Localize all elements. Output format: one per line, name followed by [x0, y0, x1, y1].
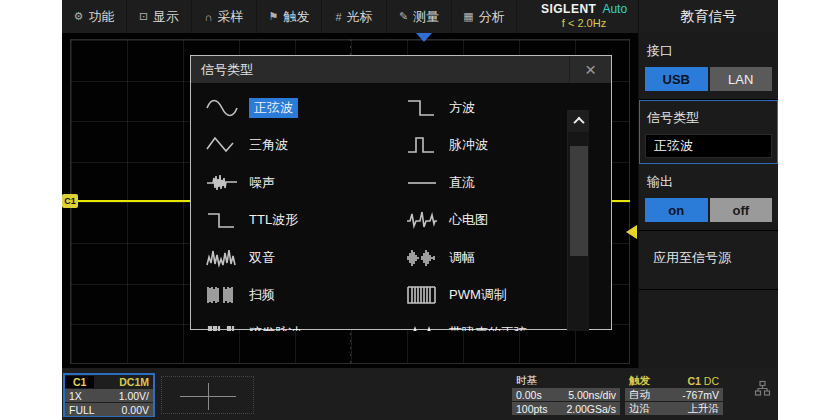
trigger-source: C1 [687, 375, 700, 387]
burst-icon [205, 322, 239, 331]
output-off-button[interactable]: off [710, 198, 773, 222]
timebase-scale: 5.00ns/div [568, 389, 616, 401]
signal-type-label: 信号类型 [647, 109, 770, 127]
output-label: 输出 [647, 173, 770, 191]
noise-icon [205, 172, 239, 194]
signal-option-square[interactable]: 方波 [405, 89, 589, 127]
trigger-label: 触发 [629, 374, 650, 388]
close-icon[interactable] [569, 56, 611, 83]
add-channel-box[interactable] [161, 376, 254, 414]
ttl-icon [205, 209, 239, 231]
menu-item-label: 分析 [479, 8, 505, 26]
menu-item-trigger[interactable]: 触发 [257, 0, 322, 33]
square-icon [405, 97, 439, 119]
acquisition-status: Auto [602, 2, 627, 16]
signal-option-sweep[interactable]: 扫频 [205, 277, 395, 315]
menu-item-utility[interactable]: 功能 [62, 0, 127, 33]
plus-icon [208, 383, 209, 410]
signal-option-triangle[interactable]: 三角波 [205, 127, 395, 165]
brand-logo: SIGLENT [541, 2, 597, 16]
trigger-mode: 自动 [629, 388, 650, 402]
trigger-flag-icon [269, 10, 279, 23]
channel-attenuation: 1X [69, 390, 82, 402]
signal-type-section: 信号类型 正弦波 [639, 100, 778, 164]
panel-title: 教育信号 [638, 0, 778, 33]
menu-item-label: 功能 [88, 8, 114, 26]
channel-offset: 0.00V [122, 404, 149, 416]
signal-option-ttl[interactable]: TTL波形 [205, 202, 395, 240]
trigger-position-marker[interactable] [416, 33, 432, 42]
brand-status-block: SIGLENT Auto f < 2.0Hz [530, 0, 638, 33]
signal-option-sine[interactable]: 正弦波 [205, 89, 395, 127]
menu-item-analysis[interactable]: 分析 [452, 0, 517, 33]
signal-option-peaks[interactable]: 带啸声的正弦 [405, 314, 589, 331]
measure-icon [399, 10, 408, 23]
menu-item-display[interactable]: 显示 [127, 0, 192, 33]
interface-section: 接口 USB LAN [639, 33, 778, 100]
channel-coupling: DC1M [119, 376, 153, 388]
apply-to-source-button[interactable]: 应用至信号源 [645, 237, 772, 281]
signal-option-dc[interactable]: 直流 [405, 164, 589, 202]
menu-item-measure[interactable]: 测量 [387, 0, 452, 33]
pwm-icon [405, 284, 439, 306]
output-section: 输出 on off [639, 164, 778, 231]
dialog-body: 正弦波 三角波 噪声 TTL [191, 83, 589, 331]
trigger-frequency: f < 2.0Hz [530, 17, 638, 29]
signal-option-burst[interactable]: 猝发脉冲 [205, 314, 395, 331]
scroll-up-icon[interactable] [568, 110, 589, 132]
pulse-icon [405, 134, 439, 156]
trigger-type: 边沿 [629, 402, 650, 416]
timebase-descriptor-box[interactable]: 时基 0.00s 5.00ns/div 100pts 2.00GSa/s [512, 374, 620, 416]
network-status-icon[interactable] [754, 380, 771, 401]
cursor-icon [335, 11, 341, 23]
dc-icon [405, 172, 439, 194]
menu-item-cursors[interactable]: 光标 [322, 0, 387, 33]
signal-type-dialog: 信号类型 正弦波 三角波 [190, 55, 612, 330]
signal-option-dualtone[interactable]: 双音 [205, 239, 395, 277]
status-bar: C1 DC1M 1X 1.00V/ FULL 0.00V 时基 0.00s 5.… [62, 368, 778, 420]
triangle-icon [205, 134, 239, 156]
signal-option-am[interactable]: 调幅 [405, 239, 589, 277]
channel-name: C1 [65, 376, 94, 388]
menu-item-label: 显示 [153, 8, 179, 26]
trigger-descriptor-box[interactable]: 触发 C1 DC 自动 -767mV 边沿 上升沿 [625, 374, 723, 416]
trigger-level: -767mV [682, 389, 719, 401]
signal-option-pwm[interactable]: PWM调制 [405, 277, 589, 315]
usb-button[interactable]: USB [645, 67, 708, 91]
peaks-icon [405, 322, 439, 331]
trigger-coupling: DC [704, 375, 719, 387]
waveform-trace [78, 200, 190, 202]
menu-item-label: 采样 [217, 8, 243, 26]
signal-option-ecg[interactable]: 心电图 [405, 202, 589, 240]
timebase-points: 100pts [516, 403, 548, 415]
dialog-title: 信号类型 [191, 61, 253, 79]
trigger-level-marker[interactable] [626, 225, 637, 239]
signal-type-value[interactable]: 正弦波 [645, 134, 772, 158]
menu-items: 功能 显示 采样 触发 光标 测量 [62, 0, 638, 33]
channel-descriptor-box[interactable]: C1 DC1M 1X 1.00V/ FULL 0.00V [63, 373, 155, 417]
channel-offset-marker[interactable]: C1 [62, 194, 78, 208]
apply-section: 应用至信号源 [639, 231, 778, 290]
oscilloscope-screen: 功能 显示 采样 触发 光标 测量 [62, 0, 778, 420]
analysis-icon [463, 10, 473, 23]
trigger-slope: 上升沿 [688, 402, 720, 416]
menubar: 功能 显示 采样 触发 光标 测量 [62, 0, 778, 33]
am-icon [405, 247, 439, 269]
channel-bandwidth: FULL [69, 404, 95, 416]
menu-item-label: 测量 [413, 8, 439, 26]
channel-scale: 1.00V/ [119, 390, 149, 402]
ecg-icon [405, 209, 439, 231]
menu-item-label: 触发 [283, 8, 309, 26]
lan-button[interactable]: LAN [710, 67, 773, 91]
main-area: C1 信号类型 正弦波 [62, 33, 778, 368]
dialog-scrollbar[interactable] [567, 110, 589, 331]
scrollbar-thumb[interactable] [570, 146, 588, 256]
dialog-titlebar: 信号类型 [191, 56, 611, 83]
sweep-icon [205, 284, 239, 306]
sine-icon [205, 97, 239, 119]
signal-option-pulse[interactable]: 脉冲波 [405, 127, 589, 165]
dual-tone-icon [205, 247, 239, 269]
signal-option-noise[interactable]: 噪声 [205, 164, 395, 202]
output-on-button[interactable]: on [645, 198, 708, 222]
menu-item-acquire[interactable]: 采样 [192, 0, 257, 33]
